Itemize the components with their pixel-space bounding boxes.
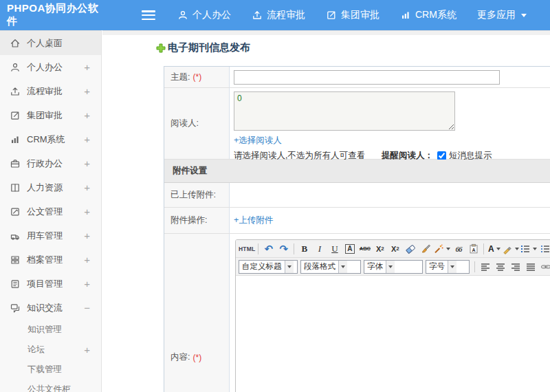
rich-text-editor: HTML ↶ ↷ B I U A ABC X2 X2	[235, 239, 550, 392]
insert-link-icon[interactable]	[538, 260, 550, 274]
nav-group-approval[interactable]: 集团审批	[326, 9, 380, 21]
quick-format-icon[interactable]	[433, 242, 450, 256]
align-left-icon[interactable]	[478, 260, 492, 274]
sidebar-item-personal-office[interactable]: 个人办公 +	[0, 55, 101, 79]
car-icon	[10, 230, 21, 241]
nav-label: 更多应用	[477, 9, 516, 21]
select-readers-link[interactable]: +选择阅读人	[234, 135, 282, 145]
nav-crm-system[interactable]: CRM系统	[400, 9, 456, 21]
heading-select[interactable]: 自定义标题	[239, 260, 298, 274]
expand-toggle[interactable]: +	[84, 230, 90, 241]
paste-plain-text-icon[interactable]: A	[466, 242, 481, 256]
caret-down-icon	[285, 261, 294, 273]
sidebar-item-hr[interactable]: 人力资源 +	[0, 175, 101, 199]
align-justify-icon[interactable]	[523, 260, 538, 274]
svg-text:A: A	[472, 247, 475, 252]
sidebar-item-crm[interactable]: CRM系统 +	[0, 127, 101, 151]
uploaded-value	[230, 183, 550, 207]
expand-toggle[interactable]: +	[84, 182, 90, 193]
eraser-icon[interactable]	[403, 242, 417, 256]
caret-down-icon	[533, 248, 537, 250]
sidebar-subitem-knowledge-mgmt[interactable]: 知识管理	[0, 320, 101, 340]
expand-toggle[interactable]: +	[84, 344, 90, 356]
ordered-list-icon[interactable]	[520, 242, 537, 256]
subscript-button[interactable]: X2	[388, 242, 402, 256]
nav-label: 集团审批	[341, 9, 380, 21]
expand-toggle[interactable]: +	[84, 254, 90, 265]
sidebar-item-official-docs[interactable]: 公文管理 +	[0, 199, 101, 224]
align-right-icon[interactable]	[508, 260, 522, 274]
sidebar-subitem-public-cabinet[interactable]: 公共文件柜	[0, 380, 101, 392]
sidebar-item-workflow-approval[interactable]: 流程审批 +	[0, 79, 101, 103]
sidebar-subitem-downloads[interactable]: 下载管理	[0, 360, 101, 380]
book-icon	[10, 182, 21, 193]
required-mark: (*)	[192, 353, 201, 362]
nav-personal-office[interactable]: 个人办公	[177, 9, 231, 21]
expand-toggle[interactable]: +	[84, 109, 90, 121]
nav-more-apps[interactable]: 更多应用	[477, 9, 527, 21]
blockquote-button[interactable]: 66	[451, 242, 465, 256]
sidebar-item-vehicle[interactable]: 用车管理 +	[0, 224, 101, 248]
sidebar-subitem-forum[interactable]: 论坛 +	[0, 340, 101, 360]
sidebar-item-personal-desktop[interactable]: 个人桌面	[0, 31, 101, 55]
top-header: PHPOA协同办公软件 个人办公 流程审批 集团审批 CRM系统 更多应用	[0, 0, 550, 30]
caret-down-icon	[448, 261, 456, 273]
readers-label: 阅读人:	[164, 88, 230, 159]
briefcase-icon	[10, 158, 21, 169]
expand-toggle[interactable]: +	[84, 157, 90, 169]
align-center-icon[interactable]	[493, 260, 507, 274]
required-mark: (*)	[192, 72, 201, 82]
sidebar-item-projects[interactable]: 项目管理 +	[0, 272, 101, 296]
upload-attachment-link[interactable]: +上传附件	[234, 215, 273, 226]
workflow-icon	[252, 10, 263, 21]
app-window: PHPOA协同办公软件 个人办公 流程审批 集团审批 CRM系统 更多应用	[0, 0, 550, 392]
expand-toggle[interactable]: +	[84, 61, 90, 73]
expand-toggle[interactable]: +	[84, 85, 90, 97]
sidebar-item-knowledge[interactable]: 知识交流 −	[0, 296, 101, 320]
page-title-text: 电子期刊信息发布	[168, 41, 250, 54]
caret-down-icon	[446, 248, 450, 250]
sidebar-item-group-approval[interactable]: 集团审批 +	[0, 103, 101, 127]
chat-icon	[10, 303, 21, 314]
sidebar: 个人桌面 个人办公 + 流程审批 + 集团审批 + CRM系统 + 行政办公 +	[0, 30, 102, 392]
format-painter-icon[interactable]	[418, 242, 432, 256]
readers-textarea[interactable]: 0	[234, 91, 455, 131]
font-color-button[interactable]: A	[487, 242, 501, 256]
remove-format-button[interactable]: A	[342, 242, 357, 256]
menu-toggle-icon[interactable]	[142, 10, 155, 20]
green-plus-icon	[156, 43, 166, 53]
font-family-select[interactable]: 字体	[364, 260, 423, 274]
expand-toggle[interactable]: +	[84, 206, 90, 217]
nav-label: 个人办公	[192, 9, 231, 21]
user-icon	[177, 10, 188, 21]
expand-toggle[interactable]: +	[84, 278, 90, 290]
page-title: 电子期刊信息发布	[156, 41, 550, 54]
editor-toolbar-row1: HTML ↶ ↷ B I U A ABC X2 X2	[236, 240, 550, 258]
italic-button[interactable]: I	[312, 242, 327, 256]
strikethrough-button[interactable]: ABC	[358, 242, 372, 256]
bold-button[interactable]: B	[297, 242, 311, 256]
paragraph-format-select[interactable]: 段落格式	[300, 260, 361, 274]
uploaded-label: 已上传附件:	[164, 183, 230, 207]
caret-down-icon	[521, 14, 527, 17]
superscript-button[interactable]: X2	[373, 242, 387, 256]
unordered-list-icon[interactable]	[538, 242, 550, 256]
highlight-color-icon[interactable]	[502, 242, 519, 256]
subject-input[interactable]	[234, 70, 500, 85]
editor-toolbar-row2: 自定义标题 段落格式 字体	[236, 258, 550, 276]
content-label: 内容: (*)	[164, 234, 230, 392]
sidebar-item-admin-office[interactable]: 行政办公 +	[0, 151, 101, 175]
nav-workflow-approval[interactable]: 流程审批	[252, 9, 305, 21]
font-size-select[interactable]: 字号	[426, 260, 470, 274]
editor-content-area[interactable]	[236, 276, 550, 392]
nav-label: 流程审批	[267, 9, 305, 21]
redo-button[interactable]: ↷	[276, 242, 291, 256]
operation-label: 附件操作:	[164, 208, 230, 233]
underline-button[interactable]: U	[327, 242, 342, 256]
collapse-toggle[interactable]: −	[84, 302, 90, 314]
undo-button[interactable]: ↶	[261, 242, 276, 256]
expand-toggle[interactable]: +	[84, 133, 90, 145]
sidebar-item-archives[interactable]: 档案管理 +	[0, 248, 101, 272]
attachment-operation-row: 附件操作: +上传附件	[164, 208, 550, 234]
source-code-button[interactable]: HTML	[239, 242, 255, 256]
